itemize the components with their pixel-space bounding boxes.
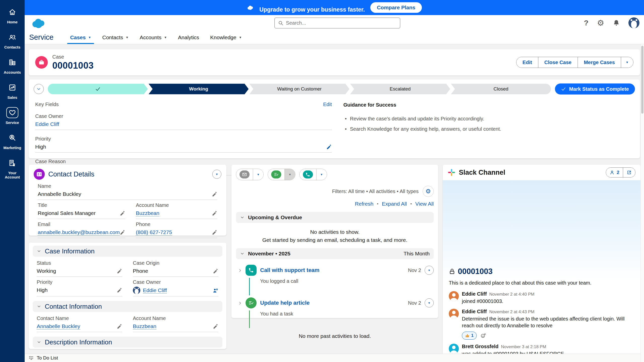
edit-pencil-icon[interactable]	[212, 210, 217, 216]
field-label: Priority	[35, 136, 332, 142]
slack-channel-panel: Slack Channel 2 00001003 This is a dedic…	[443, 165, 640, 362]
account-link[interactable]: Buzzbean	[133, 323, 156, 330]
section-description-information[interactable]: Description Information	[33, 337, 222, 348]
chevron-down-icon	[37, 340, 41, 344]
chevron-down-icon[interactable]: ▼	[126, 36, 129, 39]
mark-status-complete-button[interactable]: Mark Status as Complete	[555, 83, 635, 95]
edit-pencil-icon[interactable]	[120, 210, 125, 216]
change-owner-icon[interactable]	[212, 287, 218, 293]
tab-contacts[interactable]: Contacts ▼	[98, 31, 133, 44]
sidebar-item-sales[interactable]: Sales	[1, 82, 24, 100]
sidebar-item-your-account[interactable]: Your Account	[1, 157, 24, 179]
record-actions: Edit Close Case Merge Cases ▼	[516, 57, 633, 68]
search-input[interactable]	[286, 20, 396, 26]
call-icon	[246, 265, 257, 276]
case-owner-link[interactable]: Eddie Cliff	[35, 121, 59, 127]
tab-knowledge[interactable]: Knowledge ▼	[206, 31, 247, 44]
activity-settings-button[interactable]: ⚙	[423, 186, 434, 197]
timeline-item-title[interactable]: Update help article	[260, 300, 310, 306]
sidebar-item-accounts[interactable]: Accounts	[1, 57, 24, 74]
chevron-down-icon[interactable]: ▼	[164, 36, 167, 39]
edit-pencil-icon[interactable]	[213, 268, 218, 274]
global-search[interactable]	[274, 18, 400, 28]
close-case-button[interactable]: Close Case	[538, 57, 578, 68]
todo-list-button[interactable]: To Do List	[37, 355, 58, 361]
path-stage-new[interactable]	[48, 84, 148, 94]
path-stage-escalated[interactable]: Escalated	[350, 84, 450, 94]
field-label: Account Name	[136, 202, 217, 208]
merge-cases-button[interactable]: Merge Cases	[578, 57, 621, 68]
setup-gear-icon[interactable]: ⚙	[597, 19, 604, 27]
task-icon	[271, 170, 281, 178]
message-author[interactable]: Eddie Cliff	[462, 291, 487, 297]
contact-link[interactable]: Annabelle Buckley	[37, 323, 80, 330]
edit-pencil-icon[interactable]	[212, 191, 217, 197]
edit-pencil-icon[interactable]	[117, 268, 122, 274]
path-collapse-button[interactable]	[34, 84, 44, 94]
tab-accounts[interactable]: Accounts ▼	[135, 31, 171, 44]
add-reaction-button[interactable]	[479, 332, 487, 340]
new-task-button[interactable]	[268, 169, 285, 180]
path-stage-closed[interactable]: Closed	[451, 84, 551, 94]
field-value: Annabelle Buckley	[38, 191, 81, 197]
open-in-slack-button[interactable]	[623, 168, 635, 177]
email-button[interactable]	[236, 169, 253, 180]
expand-all-link[interactable]: Expand All	[382, 201, 407, 207]
phone-link[interactable]: (808) 627-7275	[136, 229, 172, 236]
salesforce-logo	[31, 17, 46, 29]
expand-chevron-icon[interactable]	[238, 301, 242, 305]
compare-plans-button[interactable]: Compare Plans	[370, 2, 422, 13]
sidebar-item-home[interactable]: Home	[1, 7, 24, 24]
timeline-item-menu-button[interactable]: ▼	[425, 298, 434, 307]
tab-analytics[interactable]: Analytics	[174, 31, 204, 44]
field-label: Status	[37, 260, 122, 266]
section-case-information[interactable]: Case Information	[33, 246, 222, 257]
message-author[interactable]: Eddie Cliff	[462, 309, 487, 314]
edit-pencil-icon[interactable]	[120, 229, 125, 235]
email-dropdown-button[interactable]: ▼	[253, 169, 263, 180]
edit-pencil-icon[interactable]	[213, 323, 218, 329]
contact-details-menu-button[interactable]: ▼	[212, 170, 221, 179]
members-button[interactable]: 2	[606, 168, 623, 177]
more-actions-button[interactable]: ▼	[621, 57, 633, 68]
scrollbar-thumb[interactable]	[641, 46, 643, 114]
edit-pencil-icon[interactable]	[117, 323, 122, 329]
owner-avatar	[133, 287, 140, 294]
edit-pencil-icon[interactable]	[326, 144, 332, 150]
section-contact-information[interactable]: Contact Information	[33, 301, 222, 312]
message-author[interactable]: Brett Grossfeld	[462, 344, 499, 349]
field-label: Name	[38, 183, 217, 189]
field-label: Priority	[37, 279, 122, 285]
thumbs-up-reaction[interactable]: 1	[462, 332, 477, 340]
key-fields-edit-link[interactable]: Edit	[323, 102, 332, 107]
task-dropdown-button[interactable]: ▼	[285, 169, 295, 180]
timeline-item-menu-button[interactable]: ▼	[425, 266, 434, 275]
view-all-link[interactable]: View All	[415, 201, 434, 207]
month-header[interactable]: November • 2025 This Month	[236, 248, 434, 259]
path-stage-waiting[interactable]: Waiting on Customer	[249, 84, 349, 94]
expand-chevron-icon[interactable]	[238, 268, 242, 273]
sidebar-item-service[interactable]: Service	[1, 107, 24, 125]
upcoming-overdue-header[interactable]: Upcoming & Overdue	[236, 212, 434, 223]
chevron-down-icon[interactable]: ▼	[239, 36, 242, 39]
building-cart-icon	[6, 157, 18, 168]
edit-pencil-icon[interactable]	[212, 229, 217, 235]
account-link[interactable]: Buzzbean	[136, 210, 159, 216]
timeline-item-title[interactable]: Call with support team	[260, 267, 319, 274]
email-link[interactable]: annabelle.buckley@buzzbean.com	[38, 229, 120, 236]
call-dropdown-button[interactable]: ▼	[316, 169, 327, 180]
tab-cases[interactable]: Cases ▼	[66, 31, 96, 44]
chevron-down-icon[interactable]: ▼	[88, 36, 91, 39]
edit-button[interactable]: Edit	[516, 57, 538, 68]
field-case-owner: Case Owner Eddie Cliff	[35, 113, 332, 130]
sidebar-item-contacts[interactable]: Contacts	[1, 32, 24, 49]
path-stage-working[interactable]: Working	[149, 84, 249, 94]
case-owner-link[interactable]: Eddie Cliff	[143, 287, 167, 294]
sidebar-item-marketing[interactable]: Marketing	[1, 132, 24, 150]
user-avatar[interactable]	[628, 17, 639, 28]
log-call-button[interactable]	[300, 169, 316, 180]
notifications-bell-icon[interactable]	[613, 19, 620, 26]
refresh-link[interactable]: Refresh	[355, 201, 374, 207]
help-icon[interactable]: ?	[584, 19, 588, 27]
edit-pencil-icon[interactable]	[117, 287, 122, 293]
